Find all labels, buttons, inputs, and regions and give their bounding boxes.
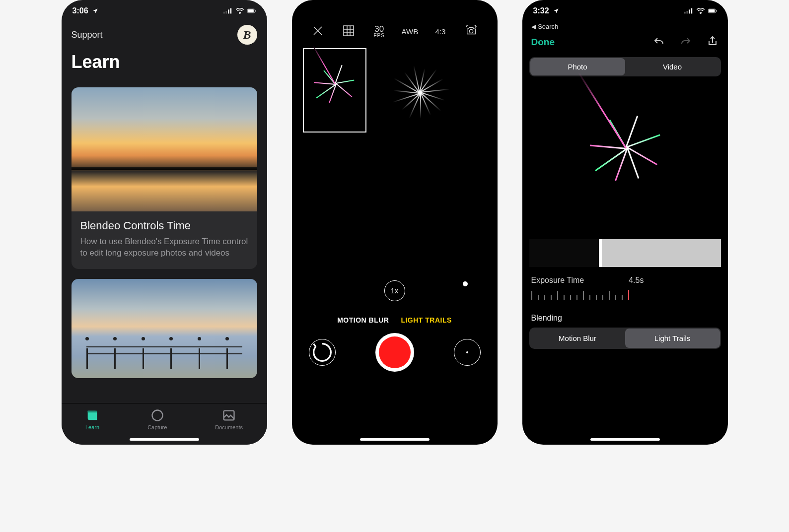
home-indicator[interactable] bbox=[130, 438, 199, 441]
svg-rect-14 bbox=[689, 9, 690, 13]
status-right-icons bbox=[223, 8, 256, 14]
blend-motion-blur[interactable]: Motion Blur bbox=[530, 329, 625, 348]
shutter-inner bbox=[379, 336, 411, 368]
svg-rect-7 bbox=[88, 411, 97, 413]
svg-rect-13 bbox=[686, 11, 688, 13]
edit-screen: 3:32 ◀ Search Done Photo Video bbox=[522, 0, 728, 445]
undo-icon bbox=[652, 35, 665, 47]
timer-button[interactable] bbox=[309, 339, 336, 366]
svg-rect-6 bbox=[255, 10, 256, 11]
timeline-left bbox=[529, 239, 599, 267]
svg-rect-3 bbox=[230, 8, 231, 14]
avatar[interactable]: B bbox=[237, 25, 257, 45]
battery-icon bbox=[247, 8, 256, 14]
shutter-button[interactable] bbox=[375, 333, 414, 372]
seg-video[interactable]: Video bbox=[625, 58, 720, 75]
undo-button[interactable] bbox=[652, 35, 665, 49]
svg-rect-5 bbox=[248, 9, 254, 12]
grid-icon bbox=[343, 25, 355, 37]
aspect-button[interactable]: 4:3 bbox=[425, 27, 456, 36]
flip-camera-icon bbox=[465, 25, 477, 37]
battery-icon bbox=[708, 8, 717, 14]
capture-modes: MOTION BLUR LIGHT TRAILS bbox=[292, 316, 498, 324]
zoom-button[interactable]: 1x bbox=[384, 280, 405, 301]
tab-documents[interactable]: Documents bbox=[215, 408, 243, 445]
timeline-scrubber[interactable] bbox=[522, 239, 728, 267]
blending-segmented: Motion Blur Light Trails bbox=[529, 328, 721, 349]
exposure-marker[interactable] bbox=[628, 290, 629, 300]
share-button[interactable] bbox=[706, 35, 719, 49]
mode-light-trails[interactable]: LIGHT TRAILS bbox=[401, 316, 451, 324]
dot-icon bbox=[466, 351, 468, 353]
exposure-slider[interactable] bbox=[531, 290, 719, 300]
home-indicator[interactable] bbox=[590, 438, 660, 441]
mode-motion-blur[interactable]: MOTION BLUR bbox=[337, 316, 389, 324]
learn-card-1[interactable]: Blendeo Controls Time How to use Blendeo… bbox=[72, 87, 257, 269]
svg-rect-15 bbox=[691, 8, 692, 14]
timeline-right bbox=[602, 239, 721, 267]
svg-rect-2 bbox=[228, 9, 229, 13]
svg-rect-1 bbox=[225, 11, 227, 13]
card-title: Blendeo Controls Time bbox=[80, 219, 248, 232]
exposure-value: 4.5s bbox=[629, 276, 644, 285]
circle-icon bbox=[150, 408, 164, 422]
awb-button[interactable]: AWB bbox=[395, 27, 426, 36]
svg-rect-0 bbox=[223, 12, 225, 14]
learn-card-2[interactable] bbox=[72, 279, 257, 378]
grid-button[interactable] bbox=[333, 25, 364, 38]
card-description: How to use Blendeo's Exposure Time contr… bbox=[80, 236, 248, 259]
blending-label: Blending bbox=[522, 303, 728, 328]
close-icon bbox=[312, 25, 324, 37]
svg-rect-10 bbox=[344, 26, 354, 36]
card-image-seascape bbox=[72, 279, 257, 378]
back-to-search[interactable]: ◀ Search bbox=[522, 23, 728, 30]
image-icon bbox=[222, 408, 236, 422]
blend-light-trails[interactable]: Light Trails bbox=[625, 329, 720, 348]
location-arrow-icon bbox=[91, 8, 100, 14]
book-icon bbox=[85, 408, 99, 422]
share-icon bbox=[706, 35, 719, 47]
svg-point-8 bbox=[152, 410, 162, 421]
redo-icon bbox=[679, 35, 692, 47]
done-button[interactable]: Done bbox=[531, 37, 555, 48]
location-arrow-icon bbox=[552, 8, 561, 14]
capture-screen: 30 FPS AWB 4:3 bbox=[292, 0, 498, 445]
status-right-icons bbox=[684, 8, 717, 14]
svg-rect-12 bbox=[684, 12, 686, 14]
svg-point-11 bbox=[469, 29, 473, 33]
thumbnail-preview[interactable] bbox=[303, 48, 366, 133]
camera-top-controls: 30 FPS AWB 4:3 bbox=[292, 15, 498, 43]
support-link[interactable]: Support bbox=[72, 30, 103, 40]
status-bar: 3:32 bbox=[522, 0, 728, 22]
fps-button[interactable]: 30 FPS bbox=[364, 25, 395, 38]
redo-button[interactable] bbox=[679, 35, 692, 49]
close-button[interactable] bbox=[303, 25, 334, 38]
status-time: 3:32 bbox=[533, 6, 549, 15]
moon-reflection bbox=[463, 281, 468, 286]
cellular-icon bbox=[223, 8, 232, 14]
wifi-icon bbox=[696, 8, 705, 14]
edit-preview[interactable] bbox=[522, 83, 728, 232]
page-title: Learn bbox=[72, 52, 257, 72]
svg-rect-18 bbox=[716, 10, 717, 11]
learn-screen: 3:06 Support B Learn Blendeo Controls Ti… bbox=[62, 0, 267, 445]
exposure-label: Exposure Time bbox=[531, 276, 584, 285]
status-bar: 3:06 bbox=[62, 0, 267, 22]
output-segmented: Photo Video bbox=[529, 57, 721, 76]
cellular-icon bbox=[684, 8, 693, 14]
viewfinder[interactable]: 1x bbox=[292, 48, 498, 306]
svg-rect-17 bbox=[709, 9, 715, 12]
tab-learn[interactable]: Learn bbox=[85, 408, 99, 445]
flip-camera-button[interactable] bbox=[456, 25, 487, 38]
focus-button[interactable] bbox=[454, 339, 481, 366]
timer-icon bbox=[309, 339, 335, 365]
card-image-sunset bbox=[72, 87, 257, 211]
wifi-icon bbox=[235, 8, 244, 14]
status-time: 3:06 bbox=[72, 6, 88, 15]
camera-bottom-controls bbox=[292, 324, 498, 372]
home-indicator[interactable] bbox=[360, 438, 430, 441]
